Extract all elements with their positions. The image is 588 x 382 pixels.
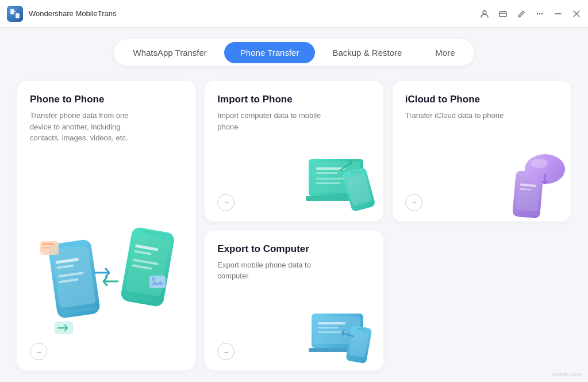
- nav-tabs: WhatsApp Transfer Phone Transfer Backup …: [114, 39, 474, 66]
- svg-rect-35: [316, 182, 340, 184]
- svg-rect-25: [42, 243, 53, 245]
- svg-point-49: [531, 159, 548, 168]
- main-content: Phone to Phone Transfer phone data from …: [0, 75, 588, 382]
- card-export-arrow[interactable]: →: [217, 343, 235, 360]
- watermark: wsxdn.com: [552, 371, 581, 377]
- titlebar: Wondershare MobileTrans: [0, 0, 588, 28]
- card-import-title: Import to Phone: [217, 94, 370, 105]
- minimize-icon[interactable]: [554, 9, 563, 18]
- svg-rect-52: [318, 322, 345, 324]
- phone-to-phone-illustration: [37, 218, 175, 339]
- app-title: Wondershare MobileTrans: [29, 9, 480, 18]
- card-phone-to-phone-title: Phone to Phone: [30, 94, 183, 105]
- tab-whatsapp[interactable]: WhatsApp Transfer: [117, 42, 222, 63]
- svg-rect-2: [16, 13, 20, 18]
- svg-point-5: [537, 13, 538, 14]
- icloud-illustration: [485, 144, 571, 221]
- svg-rect-53: [318, 327, 339, 328]
- window-icon[interactable]: [498, 9, 508, 18]
- user-icon[interactable]: [480, 9, 489, 18]
- tab-backup[interactable]: Backup & Restore: [316, 42, 418, 63]
- svg-rect-34: [316, 178, 348, 179]
- card-icloud-to-phone[interactable]: iCloud to Phone Transfer iCloud data to …: [393, 81, 571, 221]
- tab-phone[interactable]: Phone Transfer: [224, 42, 316, 63]
- nav-area: WhatsApp Transfer Phone Transfer Backup …: [0, 28, 588, 75]
- card-phone-to-phone-desc: Transfer phone data from one device to a…: [30, 110, 133, 144]
- card-export-to-computer[interactable]: Export to Computer Export mobile phone d…: [205, 231, 383, 371]
- card-import-desc: Import computer data to mobile phone: [217, 110, 321, 132]
- svg-rect-4: [499, 12, 506, 17]
- svg-rect-26: [42, 247, 51, 249]
- card-icloud-arrow[interactable]: →: [405, 194, 422, 211]
- close-icon[interactable]: [572, 9, 581, 18]
- export-illustration: [297, 293, 383, 370]
- card-export-desc: Export mobile phone data to computer: [217, 259, 321, 282]
- card-phone-to-phone[interactable]: Phone to Phone Transfer phone data from …: [17, 81, 195, 370]
- window-controls: [480, 9, 581, 18]
- svg-point-48: [544, 167, 563, 181]
- app-logo: [7, 6, 23, 22]
- card-icloud-desc: Transfer iCloud data to phone: [405, 110, 509, 121]
- tab-more[interactable]: More: [419, 42, 471, 63]
- menu-icon[interactable]: [535, 9, 544, 18]
- card-import-to-phone[interactable]: Import to Phone Import computer data to …: [205, 81, 383, 221]
- card-export-title: Export to Computer: [217, 243, 370, 255]
- svg-rect-1: [10, 9, 14, 14]
- svg-point-3: [483, 10, 486, 14]
- card-import-arrow[interactable]: →: [217, 194, 235, 211]
- edit-icon[interactable]: [517, 9, 526, 18]
- svg-rect-33: [316, 172, 338, 174]
- svg-point-28: [152, 277, 155, 281]
- svg-rect-27: [149, 276, 166, 288]
- card-phone-to-phone-arrow[interactable]: →: [30, 343, 47, 360]
- card-icloud-title: iCloud to Phone: [405, 94, 558, 105]
- svg-point-6: [539, 13, 540, 14]
- svg-point-7: [541, 13, 543, 14]
- import-illustration: [297, 144, 383, 221]
